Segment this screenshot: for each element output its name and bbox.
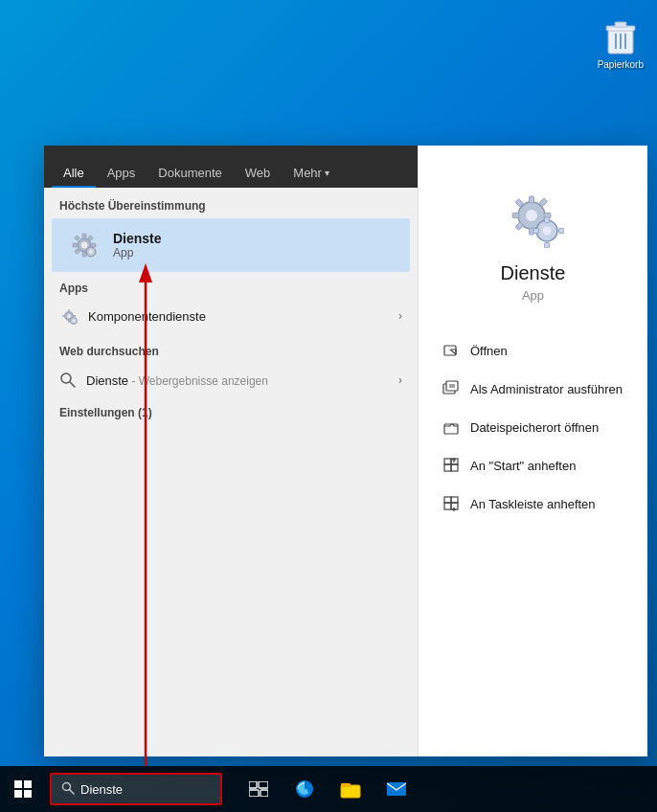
svg-rect-52 xyxy=(444,464,451,471)
action-filestore-label: Dateispeicherort öffnen xyxy=(470,420,599,435)
web-section-header: Web durchsuchen xyxy=(44,333,418,364)
svg-rect-12 xyxy=(92,243,96,247)
apps-section-header: Apps xyxy=(44,272,418,299)
dienste-app-icon xyxy=(67,228,102,262)
action-list: Öffnen Als Administrator ausführen xyxy=(419,331,647,523)
dienste-large-icon xyxy=(500,184,567,251)
svg-rect-9 xyxy=(82,234,86,237)
svg-rect-73 xyxy=(259,781,268,788)
tab-mehr[interactable]: Mehr ▾ xyxy=(282,158,341,188)
recycle-bin[interactable]: Papierkorb xyxy=(598,17,644,70)
chevron-down-icon: ▾ xyxy=(325,168,329,178)
action-filestore[interactable]: Dateispeicherort öffnen xyxy=(434,408,632,446)
tab-web[interactable]: Web xyxy=(234,158,283,188)
svg-point-18 xyxy=(89,250,93,254)
svg-rect-22 xyxy=(68,321,70,324)
edge-browser-button[interactable] xyxy=(283,766,326,812)
action-admin[interactable]: Als Administrator ausführen xyxy=(434,370,632,408)
right-panel-subtitle: App xyxy=(522,288,544,303)
svg-rect-44 xyxy=(558,229,564,234)
action-pin-start-label: An "Start" anheften xyxy=(470,459,576,473)
komponentendienste-item[interactable]: Komponentendienste › xyxy=(44,299,418,333)
search-tabs: Alle Apps Dokumente Web Mehr ▾ xyxy=(44,146,418,188)
svg-rect-48 xyxy=(446,381,458,391)
svg-rect-74 xyxy=(249,790,259,797)
filestore-icon xyxy=(442,417,461,437)
pin-taskbar-icon xyxy=(442,494,461,513)
taskbar-icons xyxy=(238,766,418,812)
action-pin-taskbar[interactable]: An Taskleiste anheften xyxy=(434,485,632,523)
svg-rect-42 xyxy=(544,243,549,249)
komponentendienste-icon xyxy=(59,306,79,326)
action-pin-taskbar-label: An Taskleiste anheften xyxy=(470,497,596,511)
svg-rect-43 xyxy=(533,229,539,234)
svg-rect-54 xyxy=(451,464,458,471)
svg-rect-75 xyxy=(261,790,268,797)
chevron-right-icon: › xyxy=(398,309,402,323)
right-panel-title: Dienste xyxy=(501,262,566,284)
chevron-right-icon-web: › xyxy=(398,373,402,387)
svg-rect-69 xyxy=(24,790,32,798)
svg-point-20 xyxy=(67,314,71,318)
svg-rect-68 xyxy=(14,790,22,798)
taskbar-search-icon xyxy=(61,781,75,798)
svg-rect-58 xyxy=(444,503,451,509)
open-icon xyxy=(442,341,461,360)
recycle-bin-label: Papierkorb xyxy=(598,59,644,70)
tab-alle[interactable]: Alle xyxy=(52,158,96,188)
svg-rect-33 xyxy=(512,214,519,218)
web-search-item[interactable]: Dienste - Webergebnisse anzeigen › xyxy=(44,364,418,396)
web-item-sub: - Webergebnisse anzeigen xyxy=(128,374,268,388)
action-open[interactable]: Öffnen xyxy=(434,331,632,370)
svg-rect-72 xyxy=(249,781,257,788)
search-results-content: Höchste Übereinstimmung xyxy=(44,188,418,756)
svg-rect-55 xyxy=(444,459,451,464)
svg-rect-10 xyxy=(82,253,86,257)
admin-icon xyxy=(442,379,461,398)
tab-dokumente[interactable]: Dokumente xyxy=(147,158,233,188)
start-button[interactable] xyxy=(0,766,46,812)
svg-point-30 xyxy=(526,210,537,221)
search-left-panel: Alle Apps Dokumente Web Mehr ▾ Höchste Ü… xyxy=(44,146,418,756)
search-panel: Alle Apps Dokumente Web Mehr ▾ Höchste Ü… xyxy=(44,146,647,756)
tab-apps[interactable]: Apps xyxy=(96,158,147,188)
svg-rect-13 xyxy=(75,236,80,241)
svg-rect-31 xyxy=(529,196,533,203)
pin-start-icon xyxy=(442,456,461,475)
settings-section-header: Einstellungen (1) xyxy=(44,396,418,423)
svg-rect-59 xyxy=(451,497,458,503)
svg-point-40 xyxy=(542,227,551,236)
web-item-label: Dienste - Webergebnisse anzeigen xyxy=(86,373,389,388)
svg-rect-45 xyxy=(444,346,456,355)
svg-rect-80 xyxy=(387,782,406,796)
svg-point-8 xyxy=(81,242,88,249)
svg-point-26 xyxy=(73,320,76,323)
file-explorer-button[interactable] xyxy=(329,766,372,812)
search-right-panel: Dienste App Öffnen xyxy=(418,146,647,756)
action-admin-label: Als Administrator ausführen xyxy=(470,382,623,396)
recycle-bin-icon xyxy=(600,17,641,57)
svg-rect-66 xyxy=(14,780,22,788)
action-open-label: Öffnen xyxy=(470,344,508,358)
taskbar-search-input[interactable] xyxy=(80,782,195,797)
svg-rect-11 xyxy=(73,243,77,247)
mail-button[interactable] xyxy=(375,766,418,812)
svg-rect-67 xyxy=(24,780,32,788)
svg-rect-23 xyxy=(62,315,65,317)
best-match-header: Höchste Übereinstimmung xyxy=(44,188,418,218)
taskbar xyxy=(0,766,657,812)
svg-rect-3 xyxy=(615,22,626,27)
task-view-button[interactable] xyxy=(238,766,280,812)
taskbar-search-box[interactable] xyxy=(50,773,222,805)
komponentendienste-label: Komponentendienste xyxy=(88,309,389,324)
svg-line-46 xyxy=(450,350,456,354)
action-pin-start[interactable]: An "Start" anheften xyxy=(434,446,632,485)
svg-rect-21 xyxy=(68,309,70,312)
best-match-item[interactable]: Dienste App xyxy=(52,218,410,272)
svg-rect-24 xyxy=(74,315,77,317)
svg-rect-41 xyxy=(544,217,549,223)
svg-line-71 xyxy=(70,789,75,794)
best-match-text: Dienste App xyxy=(113,231,162,259)
search-loop-icon xyxy=(59,372,77,389)
best-match-name: Dienste xyxy=(113,231,162,246)
